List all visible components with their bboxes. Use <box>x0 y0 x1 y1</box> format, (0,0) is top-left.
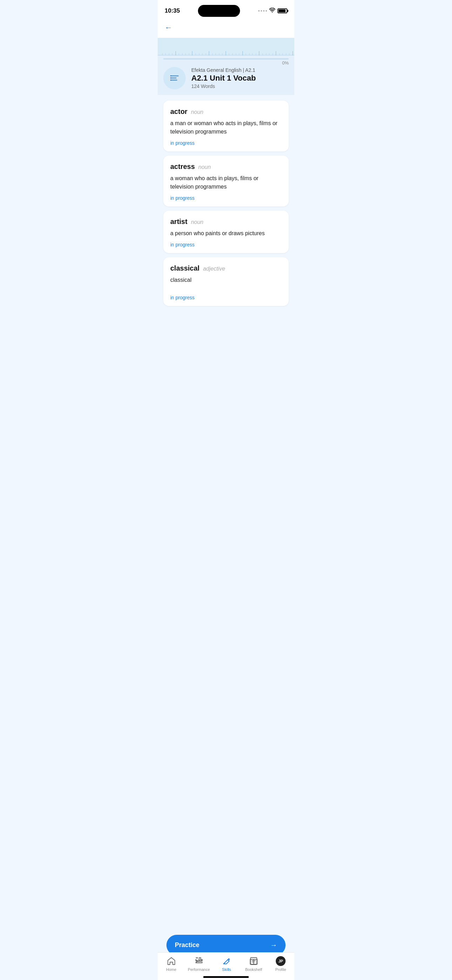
progress-area: 0% Efekta General English | A2.1 A2.1 Un… <box>158 38 294 95</box>
vocab-definition: a man or woman who acts in plays, films … <box>170 119 282 136</box>
vocab-word-row: actress noun <box>170 162 282 171</box>
vocab-definition: a person who paints or draws pictures <box>170 229 282 238</box>
progress-track <box>163 58 289 60</box>
svg-rect-1 <box>170 75 179 76</box>
vocab-word: actor <box>170 108 188 116</box>
unit-icon <box>163 67 186 89</box>
vocab-pos: noun <box>191 219 204 225</box>
svg-point-0 <box>272 11 272 12</box>
wifi-icon <box>269 8 275 14</box>
top-nav: ← <box>158 20 294 38</box>
vocab-pos: noun <box>198 164 211 170</box>
vocab-word-row: actor noun <box>170 108 282 116</box>
vocab-card-classical[interactable]: classical adjective classical in progres… <box>163 257 289 306</box>
status-icons <box>258 8 287 14</box>
vocab-definition: a woman who acts in plays, films or tele… <box>170 174 282 191</box>
vocab-status: in progress <box>170 295 282 301</box>
unit-info: Efekta General English | A2.1 A2.1 Unit … <box>191 67 289 89</box>
status-bar: 10:35 <box>158 0 294 20</box>
ruler-background <box>158 38 294 56</box>
vocab-pos: adjective <box>203 266 225 272</box>
vocab-status: in progress <box>170 140 282 146</box>
vocab-status: in progress <box>170 242 282 247</box>
vocab-card-artist[interactable]: artist noun a person who paints or draws… <box>163 211 289 253</box>
unit-word-count: 124 Words <box>191 83 289 89</box>
tick-marks <box>158 51 294 56</box>
unit-header: Efekta General English | A2.1 A2.1 Unit … <box>158 67 294 89</box>
svg-rect-6 <box>170 80 171 81</box>
vocab-card-actress[interactable]: actress noun a woman who acts in plays, … <box>163 156 289 207</box>
unit-subtitle: Efekta General English | A2.1 <box>191 67 289 73</box>
battery-icon <box>277 8 287 13</box>
vocab-word-row: classical adjective <box>170 264 282 272</box>
unit-title: A2.1 Unit 1 Vocab <box>191 73 289 83</box>
svg-rect-5 <box>170 78 171 78</box>
vocab-word-row: artist noun <box>170 218 282 226</box>
progress-bar-section: 0% <box>158 56 294 65</box>
vocab-word: actress <box>170 162 195 171</box>
vocab-definition: classical <box>170 276 282 284</box>
progress-percent: 0% <box>163 60 289 65</box>
signal-icon <box>258 10 267 11</box>
vocab-word: classical <box>170 264 199 272</box>
svg-rect-4 <box>170 75 171 76</box>
vocab-card-actor[interactable]: actor noun a man or woman who acts in pl… <box>163 100 289 151</box>
dynamic-island <box>198 5 240 17</box>
vocab-status: in progress <box>170 195 282 201</box>
vocab-list: actor noun a man or woman who acts in pl… <box>158 95 294 348</box>
status-time: 10:35 <box>165 7 180 14</box>
back-button[interactable]: ← <box>165 23 172 32</box>
vocab-pos: noun <box>191 109 204 115</box>
vocab-word: artist <box>170 218 188 226</box>
